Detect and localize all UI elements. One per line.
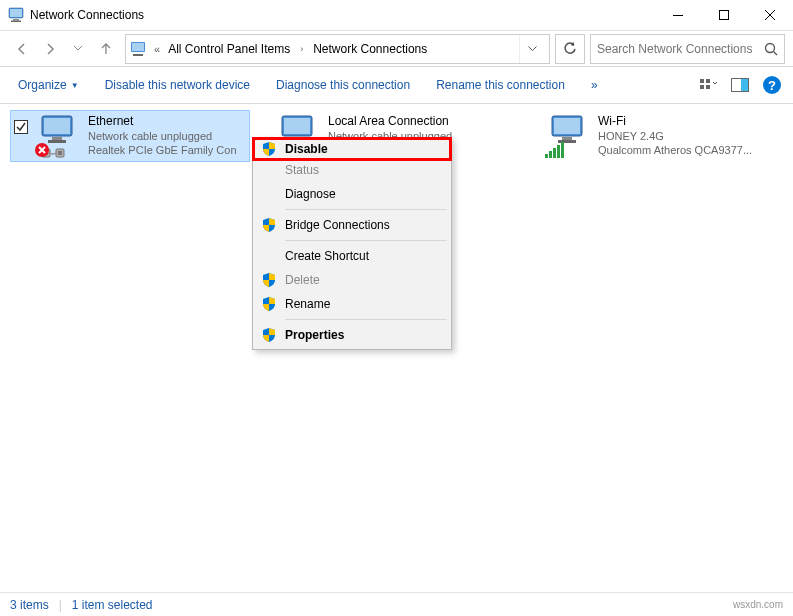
- ethernet-adapter-icon: [34, 114, 82, 158]
- context-menu: Disable Status Diagnose Bridge Connectio…: [252, 137, 452, 350]
- svg-rect-2: [13, 19, 19, 21]
- close-button[interactable]: [747, 0, 793, 30]
- search-box[interactable]: [590, 34, 785, 64]
- shield-icon: [261, 217, 277, 233]
- history-dropdown[interactable]: [64, 35, 92, 63]
- preview-pane-button[interactable]: [729, 74, 751, 96]
- status-label: Status: [285, 163, 319, 177]
- separator: [285, 209, 447, 210]
- svg-rect-16: [15, 121, 28, 134]
- minimize-button[interactable]: [655, 0, 701, 30]
- watermark-text: wsxdn.com: [733, 599, 783, 610]
- wifi-adapter-icon: [544, 114, 592, 158]
- connection-adapter: Qualcomm Atheros QCA9377...: [598, 143, 752, 157]
- back-button[interactable]: [8, 35, 36, 63]
- context-disable[interactable]: Disable: [252, 137, 452, 161]
- connection-name: Local Area Connection: [328, 114, 452, 129]
- chevron-down-icon: [528, 46, 537, 52]
- context-rename[interactable]: Rename: [255, 292, 449, 316]
- svg-rect-38: [561, 142, 564, 158]
- selected-count: 1 item selected: [72, 598, 153, 612]
- svg-rect-37: [557, 145, 560, 158]
- svg-rect-8: [133, 54, 143, 56]
- view-icon: [699, 77, 717, 93]
- search-input[interactable]: [597, 42, 764, 56]
- window-title: Network Connections: [30, 8, 655, 22]
- maximize-button[interactable]: [701, 0, 747, 30]
- close-icon: [765, 10, 775, 20]
- window-controls: [655, 0, 793, 30]
- breadcrumb-current[interactable]: Network Connections: [309, 40, 431, 58]
- error-x-icon: [34, 142, 50, 158]
- breadcrumb-chevron-icon[interactable]: ›: [294, 44, 309, 54]
- organize-button[interactable]: Organize ▼: [10, 74, 87, 96]
- up-arrow-icon: [99, 42, 113, 56]
- svg-rect-34: [545, 154, 548, 158]
- help-button[interactable]: ?: [761, 74, 783, 96]
- forward-button[interactable]: [36, 35, 64, 63]
- shortcut-label: Create Shortcut: [285, 249, 369, 263]
- connection-name: Wi-Fi: [598, 114, 752, 129]
- help-icon: ?: [763, 76, 781, 94]
- toolbar-overflow[interactable]: »: [583, 74, 606, 96]
- shield-icon: [261, 327, 277, 343]
- separator: [285, 240, 447, 241]
- search-icon[interactable]: [764, 42, 778, 56]
- disable-device-button[interactable]: Disable this network device: [97, 74, 258, 96]
- delete-label: Delete: [285, 273, 320, 287]
- view-options-button[interactable]: [697, 74, 719, 96]
- back-arrow-icon: [15, 42, 29, 56]
- organize-label: Organize: [18, 78, 67, 92]
- context-bridge[interactable]: Bridge Connections: [255, 213, 449, 237]
- context-delete: Delete: [255, 268, 449, 292]
- svg-rect-10: [700, 79, 704, 83]
- rename-button[interactable]: Rename this connection: [428, 74, 573, 96]
- diagnose-button[interactable]: Diagnose this connection: [268, 74, 418, 96]
- svg-rect-36: [553, 148, 556, 158]
- disable-label: Disable: [285, 142, 328, 156]
- properties-label: Properties: [285, 328, 344, 342]
- selection-checkbox[interactable]: [14, 120, 30, 158]
- minimize-icon: [673, 15, 683, 16]
- bridge-label: Bridge Connections: [285, 218, 390, 232]
- svg-rect-4: [673, 15, 683, 16]
- connection-text: Ethernet Network cable unplugged Realtek…: [88, 114, 237, 158]
- address-bar[interactable]: « All Control Panel Items › Network Conn…: [125, 34, 550, 64]
- navigation-bar: « All Control Panel Items › Network Conn…: [0, 30, 793, 66]
- connection-status: HONEY 2.4G: [598, 129, 752, 143]
- network-connections-small-icon: [130, 41, 146, 57]
- breadcrumb-prefix: «: [154, 43, 160, 55]
- svg-rect-15: [741, 79, 748, 91]
- status-bar: 3 items | 1 item selected wsxdn.com: [0, 592, 793, 616]
- svg-rect-20: [48, 140, 66, 143]
- shield-icon: [261, 141, 277, 157]
- svg-rect-31: [554, 118, 580, 134]
- chevron-down-icon: [74, 46, 82, 51]
- svg-rect-35: [549, 151, 552, 158]
- connection-adapter: Realtek PCIe GbE Family Con: [88, 143, 237, 157]
- refresh-button[interactable]: [555, 34, 585, 64]
- preview-pane-icon: [731, 78, 749, 92]
- svg-rect-12: [700, 85, 704, 89]
- checkbox-checked-icon: [14, 120, 28, 134]
- svg-rect-18: [44, 118, 70, 134]
- connection-item-wifi[interactable]: Wi-Fi HONEY 2.4G Qualcomm Atheros QCA937…: [540, 110, 770, 162]
- breadcrumb-parent[interactable]: All Control Panel Items: [164, 40, 294, 58]
- svg-rect-5: [720, 11, 729, 20]
- title-bar: Network Connections: [0, 0, 793, 30]
- separator: [285, 319, 447, 320]
- status-separator: |: [59, 598, 62, 612]
- context-shortcut[interactable]: Create Shortcut: [255, 244, 449, 268]
- svg-rect-11: [706, 79, 710, 83]
- svg-rect-27: [284, 118, 310, 134]
- connection-item-ethernet[interactable]: Ethernet Network cable unplugged Realtek…: [10, 110, 250, 162]
- rename-label: Rename: [285, 297, 330, 311]
- context-diagnose[interactable]: Diagnose: [255, 182, 449, 206]
- svg-rect-13: [706, 85, 710, 89]
- up-button[interactable]: [92, 35, 120, 63]
- context-properties[interactable]: Properties: [255, 323, 449, 347]
- refresh-icon: [563, 42, 577, 56]
- svg-rect-32: [562, 137, 572, 140]
- shield-icon: [261, 272, 277, 288]
- address-dropdown[interactable]: [519, 35, 545, 63]
